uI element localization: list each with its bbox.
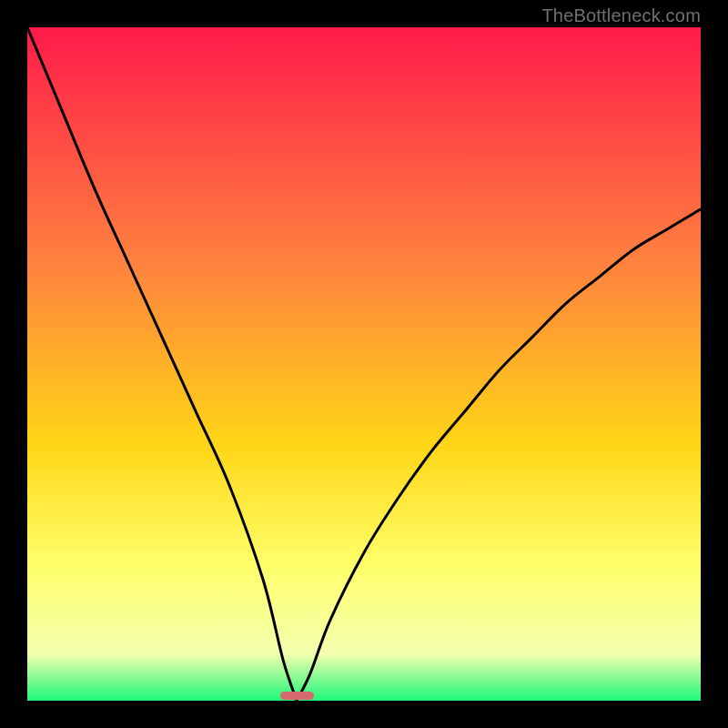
bottleneck-curve <box>27 27 701 701</box>
watermark-label: TheBottleneck.com <box>541 5 701 26</box>
plot-area <box>27 27 701 701</box>
dip-marker <box>280 692 314 700</box>
